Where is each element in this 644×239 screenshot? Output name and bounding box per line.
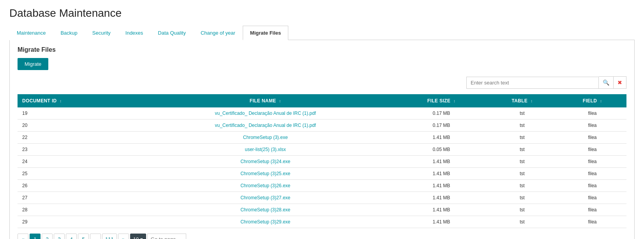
sort-icon-doc-id: ↕: [60, 99, 62, 103]
cell-file-name: ChromeSetup (3)26.exe: [134, 180, 397, 192]
table-row: 27ChromeSetup (3)27.exe1.41 MBtstfilea: [18, 192, 626, 204]
cell-table: tst: [486, 168, 559, 180]
cell-doc-id: 24: [18, 156, 134, 168]
table-row: 25ChromeSetup (3)25.exe1.41 MBtstfilea: [18, 168, 626, 180]
tab-change-of-year[interactable]: Change of year: [193, 26, 243, 40]
col-header-file-name[interactable]: FILE NAME ↕: [134, 94, 397, 107]
pagination-prev[interactable]: «: [18, 234, 28, 239]
table-row: 26ChromeSetup (3)26.exe1.41 MBtstfilea: [18, 180, 626, 192]
cell-file-size: 1.41 MB: [397, 216, 486, 228]
cell-doc-id: 25: [18, 168, 134, 180]
table-row: 24ChromeSetup (3)24.exe1.41 MBtstfilea: [18, 156, 626, 168]
clear-icon: ✖: [618, 79, 622, 86]
cell-doc-id: 28: [18, 204, 134, 216]
cell-table: tst: [486, 216, 559, 228]
pagination-next[interactable]: »: [118, 234, 129, 239]
pagination-per-page[interactable]: 10 ▾: [130, 234, 146, 239]
cell-file-name: ChromeSetup (3)24.exe: [134, 156, 397, 168]
cell-file-name: ChromeSetup (3)27.exe: [134, 192, 397, 204]
pagination-page-5[interactable]: 5: [78, 234, 89, 239]
cell-file-size: 1.41 MB: [397, 204, 486, 216]
pagination-page-3[interactable]: 3: [54, 234, 65, 239]
cell-table: tst: [486, 192, 559, 204]
pagination-ellipsis: ...: [90, 234, 101, 239]
tab-security[interactable]: Security: [85, 26, 118, 40]
pagination-page-1[interactable]: 1: [30, 234, 41, 239]
cell-file-name: ChromeSetup (3)28.exe: [134, 204, 397, 216]
table-body: 19vu_Certificado_ Declaração Anual de IR…: [18, 107, 626, 228]
section-title: Migrate Files: [18, 46, 626, 53]
search-button[interactable]: 🔍: [599, 76, 614, 89]
cell-file-size: 0.17 MB: [397, 120, 486, 132]
col-header-doc-id[interactable]: DOCUMENT ID ↕: [18, 94, 134, 107]
sort-icon-file-name: ↕: [279, 99, 281, 103]
cell-file-name: ChromeSetup (3)29.exe: [134, 216, 397, 228]
cell-doc-id: 19: [18, 107, 134, 120]
cell-table: tst: [486, 120, 559, 132]
cell-doc-id: 27: [18, 192, 134, 204]
tab-maintenance[interactable]: Maintenance: [9, 26, 53, 40]
files-table: DOCUMENT ID ↕ FILE NAME ↕ FILE SIZE ↕ TA…: [18, 94, 626, 228]
cell-doc-id: 20: [18, 120, 134, 132]
col-header-file-size[interactable]: FILE SIZE ↕: [397, 94, 486, 107]
cell-table: tst: [486, 107, 559, 120]
tab-indexes[interactable]: Indexes: [118, 26, 151, 40]
pagination-page-111[interactable]: 111: [102, 234, 117, 239]
cell-doc-id: 22: [18, 132, 134, 144]
cell-field: filea: [558, 168, 626, 180]
search-area: 🔍 ✖: [18, 76, 626, 89]
cell-file-name: vu_Certificado_ Declaração Anual de IRC …: [134, 107, 397, 120]
cell-file-name: vu_Certificado_ Declaração Anual de IRC …: [134, 120, 397, 132]
cell-field: filea: [558, 156, 626, 168]
sort-icon-table: ↕: [531, 99, 533, 103]
cell-file-size: 0.17 MB: [397, 107, 486, 120]
cell-file-name: ChromeSetup (3)25.exe: [134, 168, 397, 180]
cell-file-name: ChromeSetup (3).exe: [134, 132, 397, 144]
cell-field: filea: [558, 107, 626, 120]
content-area: Migrate Files Migrate 🔍 ✖ DOCUMENT ID ↕: [9, 40, 635, 239]
cell-file-size: 1.41 MB: [397, 168, 486, 180]
cell-file-size: 1.41 MB: [397, 180, 486, 192]
cell-table: tst: [486, 132, 559, 144]
pagination-page-4[interactable]: 4: [66, 234, 77, 239]
cell-file-size: 0.05 MB: [397, 144, 486, 156]
cell-doc-id: 29: [18, 216, 134, 228]
col-header-field[interactable]: FIELD ↕: [558, 94, 626, 107]
cell-table: tst: [486, 180, 559, 192]
table-row: 22ChromeSetup (3).exe1.41 MBtstfilea: [18, 132, 626, 144]
cell-field: filea: [558, 144, 626, 156]
cell-table: tst: [486, 144, 559, 156]
clear-search-button[interactable]: ✖: [614, 76, 626, 89]
tab-backup[interactable]: Backup: [53, 26, 85, 40]
cell-file-name: user-list(25) (3).xlsx: [134, 144, 397, 156]
cell-field: filea: [558, 204, 626, 216]
cell-table: tst: [486, 156, 559, 168]
sort-icon-file-size: ↕: [453, 99, 455, 103]
col-header-table[interactable]: TABLE ↕: [486, 94, 559, 107]
cell-field: filea: [558, 192, 626, 204]
cell-field: filea: [558, 132, 626, 144]
sort-icon-field: ↕: [600, 99, 602, 103]
migrate-button[interactable]: Migrate: [18, 58, 48, 70]
table-row: 20vu_Certificado_ Declaração Anual de IR…: [18, 120, 626, 132]
tab-data-quality[interactable]: Data Quality: [150, 26, 193, 40]
table-row: 23user-list(25) (3).xlsx0.05 MBtstfilea: [18, 144, 626, 156]
cell-field: filea: [558, 180, 626, 192]
table-row: 28ChromeSetup (3)28.exe1.41 MBtstfilea: [18, 204, 626, 216]
search-input[interactable]: [466, 77, 599, 89]
table-row: 29ChromeSetup (3)29.exe1.41 MBtstfilea: [18, 216, 626, 228]
page-container: Database Maintenance Maintenance Backup …: [0, 0, 644, 239]
tab-migrate-files[interactable]: Migrate Files: [243, 26, 288, 40]
page-title: Database Maintenance: [9, 7, 635, 19]
pagination-goto-input[interactable]: [147, 234, 186, 239]
cell-table: tst: [486, 204, 559, 216]
tabs-bar: Maintenance Backup Security Indexes Data…: [9, 26, 635, 40]
pagination-page-2[interactable]: 2: [42, 234, 53, 239]
cell-doc-id: 26: [18, 180, 134, 192]
cell-field: filea: [558, 120, 626, 132]
cell-doc-id: 23: [18, 144, 134, 156]
cell-file-size: 1.41 MB: [397, 132, 486, 144]
table-header-row: DOCUMENT ID ↕ FILE NAME ↕ FILE SIZE ↕ TA…: [18, 94, 626, 107]
cell-file-size: 1.41 MB: [397, 156, 486, 168]
table-row: 19vu_Certificado_ Declaração Anual de IR…: [18, 107, 626, 120]
